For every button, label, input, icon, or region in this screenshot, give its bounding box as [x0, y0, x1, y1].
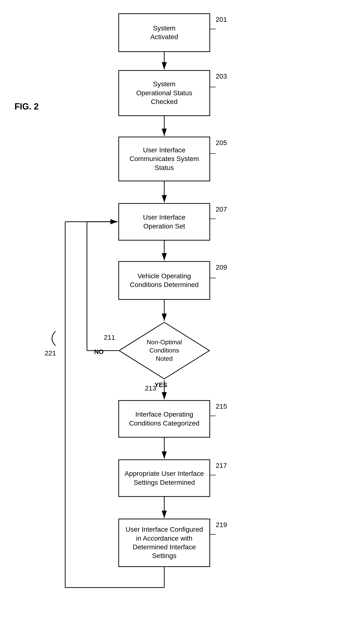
ref-221: 221 [45, 349, 56, 357]
diamond-text: Non-OptimalConditionsNoted [118, 322, 210, 380]
ref-211: 211 [104, 334, 115, 342]
box-vehicle-operating-conditions: Vehicle OperatingConditions Determined [118, 261, 210, 300]
box-vehicle-operating-conditions-text: Vehicle OperatingConditions Determined [130, 272, 199, 289]
box-system-activated: SystemActivated [118, 13, 210, 52]
box-appropriate-ui-settings-text: Appropriate User InterfaceSettings Deter… [125, 469, 204, 487]
box-ui-configured-text: User Interface Configuredin Accordance w… [126, 525, 203, 560]
box-system-activated-text: SystemActivated [150, 24, 178, 42]
box-interface-operating-conditions: Interface OperatingConditions Categorize… [118, 400, 210, 438]
box-ui-communicates-status-text: User InterfaceCommunicates SystemStatus [130, 146, 199, 172]
yes-label: YES [154, 381, 167, 389]
box-ui-configured: User Interface Configuredin Accordance w… [118, 519, 210, 567]
ref-205: 205 [216, 139, 227, 147]
box-system-operational-status-text: SystemOperational StatusChecked [136, 80, 192, 106]
box-appropriate-ui-settings: Appropriate User InterfaceSettings Deter… [118, 459, 210, 497]
ref-217: 217 [216, 462, 227, 470]
ref-219: 219 [216, 521, 227, 529]
box-interface-operating-conditions-text: Interface OperatingConditions Categorize… [129, 410, 199, 428]
ref-213: 213 [145, 385, 156, 392]
box-ui-operation-set: User InterfaceOperation Set [118, 203, 210, 241]
diagram-container: FIG. 2 [0, 0, 364, 640]
diamond-non-optimal: Non-OptimalConditionsNoted [118, 322, 210, 380]
box-ui-communicates-status: User InterfaceCommunicates SystemStatus [118, 137, 210, 181]
ref-209: 209 [216, 263, 227, 271]
ref-201: 201 [216, 16, 227, 24]
box-system-operational-status: SystemOperational StatusChecked [118, 70, 210, 116]
ref-203: 203 [216, 73, 227, 80]
box-ui-operation-set-text: User InterfaceOperation Set [143, 213, 186, 231]
figure-label: FIG. 2 [14, 102, 39, 112]
ref-215: 215 [216, 403, 227, 410]
no-label: NO [94, 348, 104, 356]
ref-207: 207 [216, 205, 227, 213]
